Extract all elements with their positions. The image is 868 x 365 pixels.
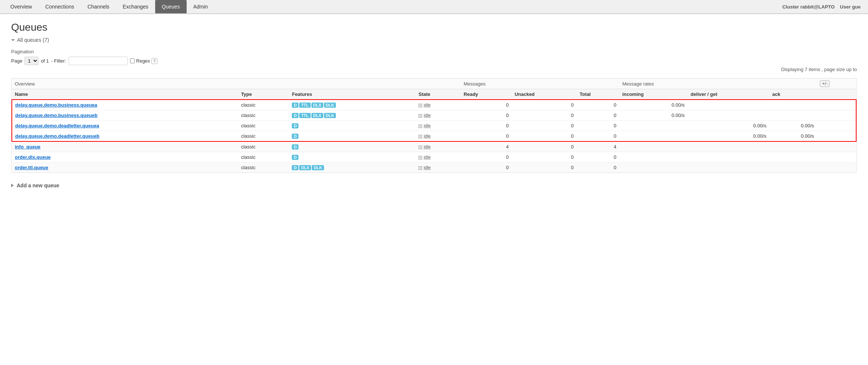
queue-deliver bbox=[688, 152, 769, 163]
feature-badge-d: D bbox=[292, 123, 298, 128]
queue-deliver bbox=[688, 141, 769, 152]
queue-type-cell: classic bbox=[238, 152, 289, 163]
queue-name-link[interactable]: order.dlx.queue bbox=[15, 154, 51, 160]
user-label: User bbox=[840, 4, 851, 10]
page-select[interactable]: 1 bbox=[24, 57, 39, 65]
queue-total: 0 bbox=[577, 121, 619, 131]
queue-incoming bbox=[619, 141, 687, 152]
table-row: delay.queue.demo.business.queueaclassicD… bbox=[12, 100, 856, 110]
col-incoming: incoming bbox=[619, 89, 687, 100]
queue-features-cell: DDLXDLK bbox=[289, 163, 415, 173]
queue-name-link[interactable]: delay.queue.demo.deadletter.queuea bbox=[15, 123, 99, 128]
queue-name-link[interactable]: delay.queue.demo.deadletter.queueb bbox=[15, 133, 99, 139]
queue-features-cell: D bbox=[289, 131, 415, 142]
state-text: idle bbox=[424, 134, 431, 139]
queue-type-cell: classic bbox=[238, 100, 289, 110]
feature-badge-dlk: DLK bbox=[324, 113, 336, 118]
queue-type-cell: classic bbox=[238, 141, 289, 152]
section-label: All queues (7) bbox=[17, 37, 49, 43]
queue-name-link[interactable]: delay.queue.demo.business.queuea bbox=[15, 102, 97, 108]
queue-incoming bbox=[619, 121, 687, 131]
cluster-value: rabbit@LAPTO bbox=[800, 4, 835, 10]
page-content: Queues All queues (7) Pagination Page 1 … bbox=[0, 14, 868, 198]
state-text: idle bbox=[424, 103, 431, 108]
feature-badge-dlx: DLX bbox=[299, 165, 311, 170]
state-icon bbox=[418, 166, 422, 170]
queue-total: 4 bbox=[577, 141, 619, 152]
state-icon bbox=[418, 145, 422, 149]
cluster-info: Cluster rabbit@LAPTO User gue bbox=[782, 4, 864, 10]
col-unacked: Unacked bbox=[512, 89, 577, 100]
queue-name-link[interactable]: order.ttl.queue bbox=[15, 165, 48, 170]
queue-extra-cell bbox=[817, 163, 856, 173]
queue-extra-cell bbox=[817, 141, 856, 152]
display-info: Displaying 7 items , page size up to bbox=[781, 67, 857, 72]
top-nav: Overview Connections Channels Exchanges … bbox=[0, 0, 868, 14]
table-row: info_queueclassicDidle404 bbox=[12, 141, 856, 152]
th-overview: Overview bbox=[12, 78, 461, 89]
queue-ready: 0 bbox=[461, 100, 512, 110]
nav-connections[interactable]: Connections bbox=[39, 0, 81, 13]
queue-features-cell: D bbox=[289, 121, 415, 131]
queue-deliver: 0.00/s bbox=[688, 121, 769, 131]
queue-extra-cell bbox=[817, 110, 856, 121]
queue-extra-cell bbox=[817, 152, 856, 163]
queue-features-cell: DTTLDLXDLK bbox=[289, 110, 415, 121]
queue-incoming bbox=[619, 163, 687, 173]
queue-name-cell: delay.queue.demo.business.queuea bbox=[12, 100, 238, 110]
queue-name-cell: info_queue bbox=[12, 141, 238, 152]
section-header: All queues (7) bbox=[11, 37, 857, 43]
queue-total: 0 bbox=[577, 100, 619, 110]
feature-badge-d: D bbox=[292, 113, 298, 118]
queue-total: 0 bbox=[577, 152, 619, 163]
add-queue-arrow bbox=[11, 184, 14, 187]
feature-badge-dlk: DLK bbox=[324, 103, 336, 108]
state-text: idle bbox=[424, 155, 431, 160]
queue-state-cell: idle bbox=[415, 100, 461, 110]
pagination-label: Pagination bbox=[11, 49, 857, 54]
nav-admin[interactable]: Admin bbox=[187, 0, 215, 13]
regex-checkbox[interactable] bbox=[130, 58, 135, 63]
queue-table: Overview Messages Message rates +/- Name… bbox=[11, 78, 857, 173]
col-ack: ack bbox=[769, 89, 817, 100]
queue-incoming bbox=[619, 152, 687, 163]
state-icon bbox=[418, 135, 422, 138]
feature-badge-d: D bbox=[292, 134, 298, 139]
nav-overview[interactable]: Overview bbox=[4, 0, 39, 13]
queue-ready: 0 bbox=[461, 163, 512, 173]
state-text: idle bbox=[424, 165, 431, 170]
col-name: Name bbox=[12, 89, 238, 100]
col-extra bbox=[817, 89, 856, 100]
queue-incoming bbox=[619, 131, 687, 142]
col-features: Features bbox=[289, 89, 415, 100]
nav-queues[interactable]: Queues bbox=[155, 0, 187, 13]
queue-name-link[interactable]: delay.queue.demo.business.queueb bbox=[15, 113, 97, 118]
queue-unacked: 0 bbox=[512, 131, 577, 142]
queue-state-cell: idle bbox=[415, 152, 461, 163]
th-plus-minus[interactable]: +/- bbox=[817, 78, 856, 89]
queue-total: 0 bbox=[577, 163, 619, 173]
plus-minus-btn[interactable]: +/- bbox=[820, 80, 829, 87]
state-icon bbox=[418, 124, 422, 128]
queue-ack bbox=[769, 100, 817, 110]
user-value: gue bbox=[852, 4, 861, 10]
queue-ready: 0 bbox=[461, 152, 512, 163]
queue-features-cell: D bbox=[289, 152, 415, 163]
nav-channels[interactable]: Channels bbox=[81, 0, 116, 13]
filter-input[interactable] bbox=[69, 57, 128, 65]
nav-exchanges[interactable]: Exchanges bbox=[116, 0, 155, 13]
queue-deliver: 0.00/s bbox=[688, 131, 769, 142]
queue-deliver bbox=[688, 100, 769, 110]
state-icon bbox=[418, 104, 422, 107]
page-label: Page bbox=[11, 58, 22, 64]
queue-name-link[interactable]: info_queue bbox=[15, 144, 40, 150]
queue-ack bbox=[769, 141, 817, 152]
help-icon[interactable]: ? bbox=[151, 58, 157, 64]
state-text: idle bbox=[424, 123, 431, 128]
queue-ack: 0.00/s bbox=[769, 121, 817, 131]
state-text: idle bbox=[424, 113, 431, 118]
queue-extra-cell bbox=[817, 100, 856, 110]
queue-unacked: 0 bbox=[512, 121, 577, 131]
feature-badge-d: D bbox=[292, 103, 298, 108]
add-queue-section[interactable]: Add a new queue bbox=[11, 180, 857, 191]
